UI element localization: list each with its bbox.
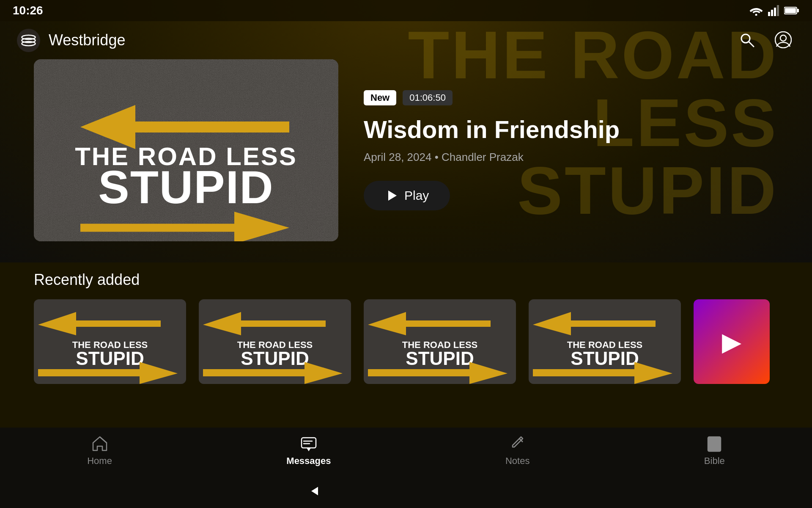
tab-messages[interactable]: Messages [269,431,348,471]
svg-text:STUPID: STUPID [571,348,639,369]
list-item[interactable]: THE ROAD LESS STUPID [529,299,681,384]
svg-marker-23 [388,190,397,201]
recently-section: Recently added THE ROAD LESS STUPID [0,271,812,384]
svg-rect-2 [771,10,773,16]
svg-rect-6 [797,9,799,12]
search-button[interactable] [735,28,759,53]
list-item[interactable]: THE ROAD LESS STUPID [364,299,516,384]
nav-logo-area: Westbridge [17,29,125,52]
svg-rect-4 [777,5,779,16]
home-icon [91,435,108,452]
tab-home[interactable]: Home [70,431,129,471]
android-nav-bar [0,474,812,508]
recently-grid: THE ROAD LESS STUPID THE ROAD LESS STUPI… [34,299,778,384]
svg-point-8 [17,29,40,52]
tab-messages-label: Messages [286,456,331,467]
list-item[interactable]: THE ROAD LESS STUPID [34,299,186,384]
svg-rect-3 [774,8,776,16]
tab-bible[interactable]: Bible [687,431,742,471]
back-icon [305,483,321,499]
hero-info: New 01:06:50 Wisdom in Friendship April … [364,90,778,210]
svg-point-15 [780,35,786,41]
card-thumbnail-1: THE ROAD LESS STUPID [34,299,186,384]
list-item[interactable]: THE ROAD LESS STUPID [199,299,351,384]
svg-point-0 [755,14,757,16]
svg-rect-7 [785,8,796,13]
search-icon [738,31,755,48]
play-icon [385,189,398,202]
bible-icon [706,435,723,452]
status-time: 10:26 [13,4,43,17]
hero-meta: April 28, 2024 • Chandler Prazak [364,151,778,164]
hero-thumbnail: THE ROAD LESS STUPID [34,59,338,241]
svg-marker-56 [311,487,318,495]
svg-line-13 [749,42,754,47]
recently-title: Recently added [34,271,778,289]
svg-text:STUPID: STUPID [241,348,309,369]
badge-new: New [364,90,396,105]
android-back-button[interactable] [305,483,321,499]
app-logo-icon [17,29,40,52]
hero-section: THE ROAD LESS STUPID New 01:06:50 Wisdom… [0,59,812,241]
card-thumbnail-3: THE ROAD LESS STUPID [364,299,516,384]
nav-actions [735,28,795,53]
svg-text:STUPID: STUPID [406,348,474,369]
hero-thumbnail-image: THE ROAD LESS STUPID [34,59,338,241]
top-nav: Westbridge [0,21,812,59]
account-icon [775,31,792,48]
tab-bible-label: Bible [704,456,725,467]
play-label: Play [404,188,429,203]
badge-duration: 01:06:50 [403,90,453,105]
wifi-icon [749,6,764,16]
svg-marker-49 [307,448,311,451]
card-thumbnail-2: THE ROAD LESS STUPID [199,299,351,384]
svg-rect-1 [768,12,770,16]
status-bar: 10:26 [0,0,812,21]
svg-text:STUPID: STUPID [98,161,274,213]
signal-icon [768,5,780,16]
tab-home-label: Home [87,456,112,467]
list-item[interactable]: ▶ [694,299,770,384]
svg-text:STUPID: STUPID [76,348,144,369]
card-thumbnail-4: THE ROAD LESS STUPID [529,299,681,384]
battery-icon [784,6,799,15]
notes-icon [509,435,526,452]
partial-card-indicator: ▶ [722,327,741,356]
status-icons [749,5,799,16]
svg-rect-48 [302,438,316,448]
hero-title: Wisdom in Friendship [364,116,778,143]
app-title: Westbridge [49,31,125,49]
hero-badges: New 01:06:50 [364,90,778,105]
play-button[interactable]: Play [364,181,450,210]
tab-notes-label: Notes [505,456,529,467]
bottom-nav: Home Messages Notes Bible [0,428,812,474]
messages-icon [300,435,317,452]
tab-notes[interactable]: Notes [488,431,546,471]
account-button[interactable] [771,28,795,53]
